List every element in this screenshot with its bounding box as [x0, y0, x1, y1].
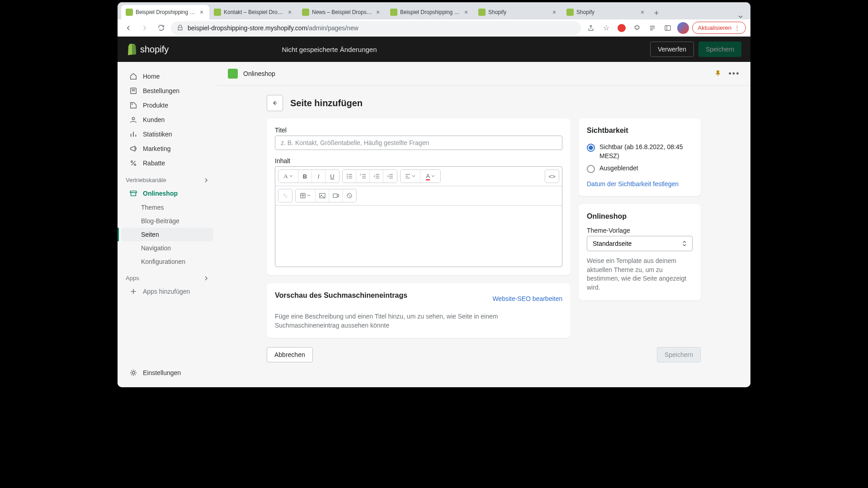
- align-dropdown[interactable]: [401, 170, 420, 183]
- browser-tab[interactable]: Beispiel Dropshipping Stor ×: [121, 5, 209, 19]
- browser-tab[interactable]: Kontakt – Beispiel Dropshi ×: [209, 5, 297, 19]
- customers-icon: [129, 116, 137, 124]
- home-icon: [129, 72, 137, 80]
- seo-edit-link[interactable]: Website-SEO bearbeiten: [492, 295, 562, 302]
- numbered-list-icon[interactable]: 1: [356, 170, 370, 183]
- content-label: Inhalt: [275, 157, 562, 164]
- sidebar-section-channels: Vertriebskanäle: [118, 170, 217, 186]
- profile-avatar[interactable]: [677, 22, 689, 34]
- extensions-icon[interactable]: [631, 22, 643, 34]
- template-select[interactable]: Standardseite: [587, 236, 693, 251]
- sidebar-item-pages[interactable]: Seiten: [121, 228, 213, 241]
- footer-actions: Abbrechen Speichern: [217, 347, 750, 371]
- close-icon[interactable]: ×: [463, 9, 469, 15]
- sidebar-item-discounts[interactable]: Rabatte: [121, 156, 213, 170]
- format-dropdown[interactable]: A: [278, 170, 298, 183]
- sidebar-item-home[interactable]: Home: [121, 69, 213, 84]
- shopify-favicon-icon: [478, 9, 486, 16]
- html-code-icon[interactable]: <>: [545, 170, 559, 183]
- reload-icon[interactable]: [155, 22, 167, 34]
- more-icon[interactable]: •••: [729, 68, 740, 79]
- shopify-bag-icon: [127, 43, 137, 55]
- browser-tab[interactable]: Shopify ×: [474, 5, 562, 19]
- close-icon[interactable]: ×: [639, 9, 646, 15]
- shopify-favicon-icon: [126, 9, 133, 16]
- rich-text-editor: ABIU 1 A <>: [275, 166, 562, 267]
- sidebar-item-blogs[interactable]: Blog-Beiträge: [121, 214, 213, 228]
- set-visibility-date-link[interactable]: Datum der Sichtbarkeit festlegen: [587, 180, 679, 188]
- new-tab-button[interactable]: +: [650, 7, 663, 19]
- tabs-dropdown-icon[interactable]: [734, 14, 747, 19]
- url-input[interactable]: beispiel-dropshipping-store.myshopify.co…: [171, 21, 581, 35]
- link-icon[interactable]: [278, 189, 292, 202]
- back-button[interactable]: [267, 95, 283, 111]
- browser-tab[interactable]: News – Beispiel Dropshipp ×: [297, 5, 386, 19]
- title-input[interactable]: [275, 136, 562, 150]
- breadcrumb: Onlineshop: [243, 70, 707, 77]
- extension-red-icon[interactable]: [615, 22, 628, 34]
- sidebar-item-marketing[interactable]: Marketing: [121, 141, 213, 156]
- close-icon[interactable]: ×: [375, 9, 381, 15]
- text-color-dropdown[interactable]: A: [420, 170, 440, 183]
- sidebar-item-analytics[interactable]: Statistiken: [121, 127, 213, 141]
- clear-format-icon[interactable]: [343, 189, 356, 202]
- sidebar-item-settings[interactable]: Einstellungen: [121, 366, 213, 380]
- onlineshop-app-icon: [228, 69, 238, 79]
- browser-window: Beispiel Dropshipping Stor × Kontakt – B…: [118, 2, 750, 387]
- share-icon[interactable]: [585, 22, 597, 34]
- update-button[interactable]: Aktualisieren⋮: [692, 22, 746, 34]
- sidebar-item-preferences[interactable]: Konfigurationen: [121, 255, 213, 268]
- browser-tab[interactable]: Beispiel Dropshipping Stor ×: [386, 5, 474, 19]
- page-title: Seite hinzufügen: [290, 98, 363, 108]
- close-icon[interactable]: ×: [551, 9, 557, 15]
- bold-icon[interactable]: B: [298, 170, 312, 183]
- sidebar-item-navigation[interactable]: Navigation: [121, 241, 213, 255]
- close-icon[interactable]: ×: [198, 9, 205, 15]
- back-icon[interactable]: [122, 22, 135, 34]
- discard-button[interactable]: Verwerfen: [650, 42, 694, 57]
- sidebar-icon[interactable]: [661, 22, 674, 34]
- tab-title: Beispiel Dropshipping Stor: [400, 9, 460, 15]
- app-layout: Home Bestellungen Produkte Kunden Statis…: [118, 62, 750, 387]
- save-button-top[interactable]: Speichern: [698, 42, 741, 57]
- sidebar-item-add-apps[interactable]: Apps hinzufügen: [121, 284, 213, 299]
- bullet-list-icon[interactable]: [343, 170, 356, 183]
- sidebar-item-products[interactable]: Produkte: [121, 98, 213, 113]
- sidebar-item-onlineshop[interactable]: Onlineshop: [121, 186, 213, 201]
- content-card: Titel Inhalt ABIU 1 A <>: [267, 118, 571, 275]
- underline-icon[interactable]: U: [326, 170, 339, 183]
- save-button-bottom[interactable]: Speichern: [657, 347, 701, 362]
- svg-text:1: 1: [360, 173, 361, 176]
- close-icon[interactable]: ×: [287, 9, 293, 15]
- shopify-favicon-icon: [214, 9, 221, 16]
- italic-icon[interactable]: I: [312, 170, 326, 183]
- browser-tab-strip: Beispiel Dropshipping Stor × Kontakt – B…: [118, 2, 750, 19]
- reading-list-icon[interactable]: [646, 22, 659, 34]
- image-icon[interactable]: [316, 189, 329, 202]
- outdent-icon[interactable]: [370, 170, 383, 183]
- sidebar-item-orders[interactable]: Bestellungen: [121, 84, 213, 98]
- sidebar: Home Bestellungen Produkte Kunden Statis…: [118, 62, 217, 387]
- sidebar-item-customers[interactable]: Kunden: [121, 113, 213, 127]
- visibility-radio-visible[interactable]: Sichtbar (ab 16.8.2022, 08:45 MESZ): [587, 141, 693, 162]
- shopify-logo[interactable]: shopify: [127, 43, 169, 55]
- chevron-right-icon[interactable]: [203, 178, 209, 183]
- browser-tab[interactable]: Shopify ×: [562, 5, 650, 19]
- main-content: Onlineshop ••• Seite hinzufügen Titel In…: [217, 62, 750, 387]
- forward-icon[interactable]: [138, 22, 151, 34]
- sidebar-item-themes[interactable]: Themes: [121, 201, 213, 214]
- cancel-button[interactable]: Abbrechen: [267, 347, 313, 362]
- pin-icon[interactable]: [712, 68, 723, 79]
- plus-icon: [129, 287, 137, 296]
- store-icon: [129, 189, 137, 197]
- chevron-right-icon[interactable]: [203, 276, 209, 281]
- tab-title: News – Beispiel Dropshipp: [312, 9, 372, 15]
- table-dropdown[interactable]: [296, 189, 316, 202]
- star-icon[interactable]: ☆: [600, 22, 613, 34]
- editor-textarea[interactable]: [275, 206, 562, 267]
- lock-icon: [177, 25, 183, 31]
- visibility-radio-hidden[interactable]: Ausgeblendet: [587, 162, 693, 175]
- browser-actions: ☆ Aktualisieren⋮: [585, 22, 746, 34]
- indent-icon[interactable]: [383, 170, 397, 183]
- video-icon[interactable]: [329, 189, 343, 202]
